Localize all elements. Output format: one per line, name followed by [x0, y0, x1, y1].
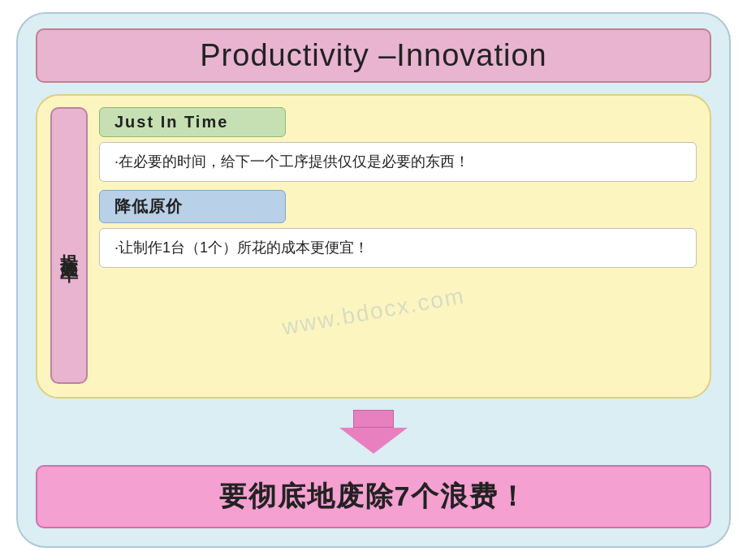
sidebar-label-text: 提高效率 — [58, 239, 81, 252]
section2-label-box: 降低原价 — [99, 190, 286, 223]
section1-label-box: Just In Time — [99, 107, 286, 137]
outer-container: Productivity –Innovation www.bdocx.com 提… — [16, 12, 731, 548]
page-title: Productivity –Innovation — [200, 38, 546, 72]
section1-block: Just In Time ·在必要的时间，给下一个工序提供仅仅是必要的东西！ — [99, 107, 697, 182]
arrow-head — [339, 428, 408, 454]
section2-content: ·让制作1台（1个）所花的成本更便宜！ — [114, 239, 369, 256]
section1-content: ·在必要的时间，给下一个工序提供仅仅是必要的东西！ — [114, 153, 469, 170]
arrow-down — [339, 410, 408, 454]
section1-content-row: ·在必要的时间，给下一个工序提供仅仅是必要的东西！ — [99, 142, 697, 182]
bottom-box: 要彻底地废除7个浪费！ — [36, 465, 711, 528]
sidebar-label-box: 提高效率 — [50, 107, 88, 384]
section2-block: 降低原价 ·让制作1台（1个）所花的成本更便宜！ — [99, 190, 697, 268]
section1-label: Just In Time — [114, 113, 228, 131]
bottom-text: 要彻底地废除7个浪费！ — [219, 480, 529, 511]
section2-content-row: ·让制作1台（1个）所花的成本更便宜！ — [99, 228, 697, 268]
arrow-container — [36, 410, 711, 454]
main-area: www.bdocx.com 提高效率 Just In Time ·在必要的时间，… — [36, 94, 711, 528]
section2-label: 降低原价 — [114, 197, 183, 215]
title-box: Productivity –Innovation — [36, 28, 711, 83]
yellow-section: 提高效率 Just In Time ·在必要的时间，给下一个工序提供仅仅是必要的… — [36, 94, 711, 398]
right-content: Just In Time ·在必要的时间，给下一个工序提供仅仅是必要的东西！ 降… — [99, 107, 697, 384]
arrow-stem — [353, 410, 394, 428]
